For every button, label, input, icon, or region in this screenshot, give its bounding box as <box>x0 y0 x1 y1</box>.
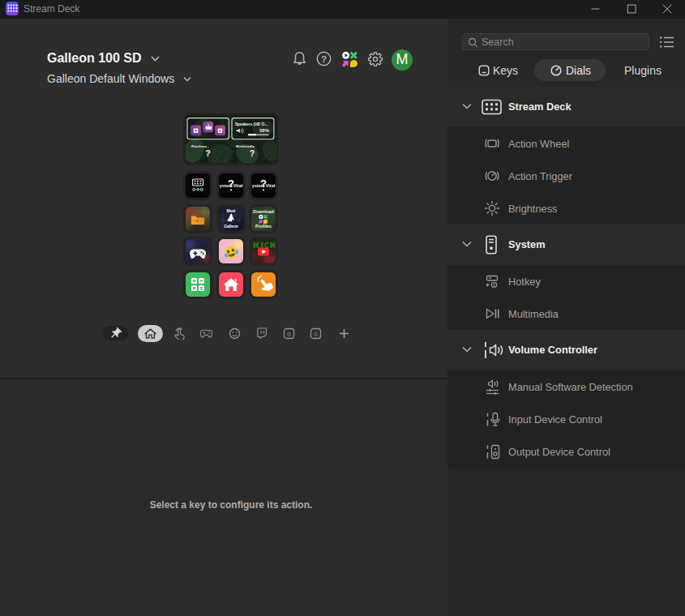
svg-text:0: 0 <box>287 331 291 338</box>
svg-text:0: 0 <box>314 331 318 338</box>
